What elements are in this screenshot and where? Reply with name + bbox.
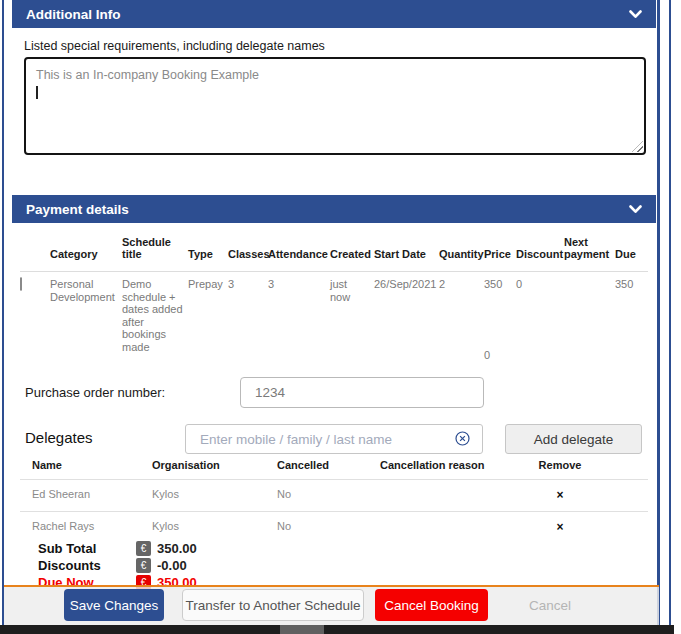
- special-requirements-label: Listed special requirements, including d…: [24, 39, 325, 53]
- col-classes: Classes: [228, 248, 268, 260]
- euro-currency-icon: €: [136, 558, 151, 573]
- discounts-label: Discounts: [38, 558, 136, 573]
- euro-currency-icon: €: [136, 541, 151, 556]
- chevron-down-icon[interactable]: [629, 7, 642, 22]
- payment-details-title: Payment details: [26, 202, 129, 217]
- save-changes-button[interactable]: Save Changes: [64, 589, 164, 621]
- cell-type: Prepay: [188, 278, 228, 353]
- page-right-border: [669, 0, 671, 625]
- col-type: Type: [188, 248, 228, 260]
- booking-modal: Additional Info Listed special requireme…: [0, 0, 681, 634]
- table-row: Personal Development Demo schedule + dat…: [12, 278, 656, 353]
- col-due: Due: [615, 248, 645, 260]
- col-cancellation-reason: Cancellation reason: [380, 459, 520, 471]
- col-organisation: Organisation: [152, 459, 277, 471]
- col-schedule-title: Schedule title: [122, 236, 188, 260]
- col-start-date: Start Date: [374, 248, 439, 260]
- bookings-table-header-row: Category Schedule title Type Classes Att…: [12, 236, 656, 260]
- clear-search-icon[interactable]: [455, 431, 470, 446]
- cell-created: just now: [330, 278, 374, 353]
- cell-organisation: Kylos: [152, 488, 277, 502]
- cell-due: 350: [615, 278, 645, 353]
- remove-delegate-icon[interactable]: ×: [556, 488, 563, 502]
- payment-details-header[interactable]: Payment details: [12, 195, 656, 223]
- cell-cancellation-reason: [380, 520, 520, 534]
- cell-discount: 0: [516, 278, 564, 353]
- col-remove: Remove: [520, 459, 600, 471]
- col-next-payment: Next payment: [564, 236, 615, 260]
- delegates-table-header-row: Name Organisation Cancelled Cancellation…: [12, 459, 656, 479]
- cell-start-date: 26/Sep/2021: [374, 278, 439, 353]
- textarea-text: This is an In-company Booking Example: [36, 68, 634, 83]
- cell-next-payment: [564, 278, 615, 353]
- cell-cancelled: No: [277, 488, 380, 502]
- text-cursor: [36, 86, 38, 99]
- bookings-table-body: Personal Development Demo schedule + dat…: [12, 278, 656, 353]
- transfer-schedule-button[interactable]: Transfer to Another Schedule: [182, 589, 364, 621]
- scrollbar-thumb[interactable]: [280, 625, 324, 634]
- delegates-table: Name Organisation Cancelled Cancellation…: [12, 459, 656, 543]
- delegate-search: [185, 424, 483, 454]
- discounts-row: Discounts € -0.00: [38, 558, 187, 573]
- add-delegate-button[interactable]: Add delegate: [505, 424, 642, 454]
- cell-cancelled: No: [277, 520, 380, 534]
- table-divider: [20, 271, 648, 272]
- col-cancelled: Cancelled: [277, 459, 380, 471]
- special-requirements-textarea[interactable]: This is an In-company Booking Example: [24, 57, 646, 155]
- cell-quantity: 2: [439, 278, 484, 353]
- delegate-row: Ed Sheeran Kylos No ×: [12, 480, 656, 511]
- subtotal-value: 350.00: [157, 541, 197, 556]
- discount-total-value: 0: [484, 349, 490, 361]
- col-attendance: Attendance: [268, 248, 330, 260]
- delegate-row: Rachel Rays Kylos No ×: [12, 512, 656, 543]
- cell-classes: 3: [228, 278, 268, 353]
- purchase-order-input[interactable]: [240, 377, 484, 408]
- cell-cancellation-reason: [380, 488, 520, 502]
- subtotal-row: Sub Total € 350.00: [38, 541, 197, 556]
- cell-price: 350: [484, 278, 516, 353]
- col-price: Price: [484, 248, 516, 260]
- cell-category: Personal Development: [50, 278, 122, 353]
- additional-info-header[interactable]: Additional Info: [12, 0, 656, 28]
- booking-row-checkbox[interactable]: [20, 277, 22, 291]
- subtotal-label: Sub Total: [38, 541, 136, 556]
- cell-name: Ed Sheeran: [12, 488, 152, 502]
- col-created: Created: [330, 248, 374, 260]
- col-quantity: Quantity: [439, 248, 484, 260]
- delegates-label: Delegates: [25, 429, 93, 446]
- cell-name: Rachel Rays: [12, 520, 152, 534]
- discounts-value: -0.00: [157, 558, 187, 573]
- cell-organisation: Kylos: [152, 520, 277, 534]
- bookings-table: Category Schedule title Type Classes Att…: [12, 236, 656, 260]
- purchase-order-label: Purchase order number:: [25, 385, 165, 400]
- cell-schedule-title: Demo schedule + dates added after bookin…: [122, 278, 188, 353]
- cancel-booking-button[interactable]: Cancel Booking: [375, 589, 488, 621]
- cell-attendance: 3: [268, 278, 330, 353]
- delegate-search-input[interactable]: [185, 424, 483, 454]
- col-category: Category: [50, 248, 122, 260]
- chevron-down-icon[interactable]: [629, 202, 642, 217]
- modal-left-border: [2, 0, 4, 625]
- col-name: Name: [12, 459, 152, 471]
- cancel-button[interactable]: Cancel: [500, 589, 600, 621]
- modal-right-border: [657, 0, 660, 625]
- resize-handle-icon[interactable]: [632, 141, 643, 152]
- horizontal-scrollbar[interactable]: [0, 625, 674, 634]
- remove-delegate-icon[interactable]: ×: [556, 520, 563, 534]
- additional-info-title: Additional Info: [26, 7, 120, 22]
- col-discount: Discount: [516, 248, 564, 260]
